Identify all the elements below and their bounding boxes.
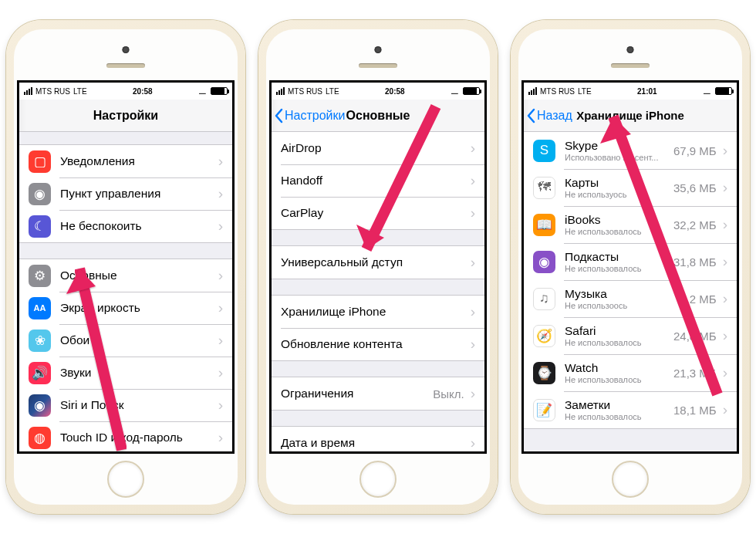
row-label: AirDrop	[281, 141, 471, 155]
row-background-refresh[interactable]: Обновление контента ›	[272, 328, 484, 360]
general-icon: ⚙	[29, 265, 51, 287]
chevron-right-icon: ›	[723, 401, 727, 418]
row-sounds[interactable]: 🔊 Звуки ›	[19, 357, 232, 389]
app-subtitle: Не использовалось	[565, 412, 673, 421]
row-storage[interactable]: Хранилище iPhone ›	[272, 296, 484, 328]
row-app[interactable]: 📝ЗаметкиНе использовалось18,1 МБ›	[524, 391, 737, 428]
home-button[interactable]	[107, 461, 144, 498]
app-name: Заметки	[565, 398, 673, 412]
row-label: Хранилище iPhone	[281, 305, 471, 319]
app-size: 35,6 МБ	[673, 181, 717, 194]
nav-bar: Настройки Основные	[272, 100, 484, 132]
app-name: Музыка	[565, 287, 680, 301]
row-touchid[interactable]: ◍ Touch ID и код-пароль ›	[19, 421, 232, 451]
chevron-right-icon: ›	[471, 336, 475, 353]
network-label: LTE	[73, 87, 87, 96]
chevron-right-icon: ›	[723, 327, 727, 344]
row-app[interactable]: 📖iBooksНе использовалось32,2 МБ›	[524, 206, 737, 243]
chevron-right-icon: ›	[471, 254, 475, 271]
chevron-right-icon: ›	[723, 179, 727, 196]
app-subtitle: Не используось	[565, 190, 673, 199]
dnd-icon: ☾	[29, 215, 51, 238]
notifications-icon: ▢	[29, 150, 51, 173]
row-restrictions[interactable]: Ограничения Выкл.›	[272, 377, 484, 410]
app-subtitle: Не использоось	[565, 301, 680, 310]
home-button[interactable]	[359, 461, 397, 498]
chevron-right-icon: ›	[218, 299, 223, 316]
row-label: Touch ID и код-пароль	[60, 431, 218, 444]
row-app[interactable]: SSkypeИспользовано 22 сент...67,9 МБ›	[524, 132, 737, 169]
status-bar: MTS RUS LTE 21:01 ⚊	[524, 83, 737, 100]
storage-list[interactable]: SSkypeИспользовано 22 сент...67,9 МБ›🗺Ка…	[524, 132, 737, 451]
chevron-right-icon: ›	[218, 153, 223, 170]
row-app[interactable]: ♫МузыкаНе использоось5,2 МБ›	[524, 280, 737, 317]
bluetooth-icon: ⚊	[198, 86, 207, 96]
row-label: Основные	[60, 269, 218, 282]
wallpaper-icon: ❀	[29, 330, 51, 352]
chevron-right-icon: ›	[471, 303, 475, 320]
row-label: Экран иркость	[60, 301, 218, 315]
page-title: Основные	[272, 109, 484, 123]
status-time: 20:58	[339, 87, 451, 96]
chevron-right-icon: ›	[723, 253, 727, 270]
row-carplay[interactable]: CarPlay ›	[272, 197, 484, 229]
home-button[interactable]	[612, 461, 649, 498]
chevron-right-icon: ›	[218, 332, 223, 349]
row-label: CarPlay	[281, 206, 471, 220]
app-icon: S	[533, 140, 555, 162]
app-subtitle: Использовано 22 сент...	[565, 153, 673, 162]
row-dnd[interactable]: ☾ Не беспокоить ›	[19, 210, 232, 242]
signal-icon	[24, 87, 32, 95]
app-name: Карты	[565, 176, 673, 190]
chevron-right-icon: ›	[471, 385, 475, 402]
row-app[interactable]: 🧭SafariНе использовалось24,8 МБ›	[524, 317, 737, 354]
app-icon: 🧭	[533, 325, 555, 347]
app-size: 21,3 МБ	[673, 367, 717, 380]
row-label: Обои	[60, 333, 218, 347]
row-app[interactable]: 🗺КартыНе используось35,6 МБ›	[524, 169, 737, 206]
row-label: Siri и Поиск	[60, 398, 218, 412]
app-icon: 📖	[533, 214, 555, 236]
carrier-label: MTS RUS	[35, 87, 70, 96]
row-datetime[interactable]: Дата и время ›	[272, 427, 484, 451]
battery-icon	[211, 87, 228, 95]
row-app[interactable]: ⌚WatchНе использовалось21,3 МБ›	[524, 354, 737, 391]
screen-settings: MTS RUS LTE 20:58 ⚊ Настройки ▢ Уведомле…	[17, 80, 235, 454]
row-label: Универсальный дступ	[281, 255, 471, 269]
row-notifications[interactable]: ▢ Уведомления ›	[19, 145, 232, 177]
chevron-right-icon: ›	[218, 185, 223, 202]
row-airdrop[interactable]: AirDrop ›	[272, 132, 484, 164]
sounds-icon: 🔊	[29, 362, 51, 384]
settings-list[interactable]: ▢ Уведомления › ◉ Пункт управления › ☾ Н…	[19, 132, 232, 451]
chevron-right-icon: ›	[723, 216, 727, 233]
app-size: 31,8 МБ	[673, 255, 717, 269]
chevron-right-icon: ›	[218, 267, 223, 284]
general-list[interactable]: AirDrop › Handoff › CarPlay › Универсаль…	[272, 132, 484, 451]
row-label: Дата и время	[281, 436, 471, 450]
row-label: Пункт управления	[60, 187, 218, 201]
chevron-right-icon: ›	[723, 364, 727, 381]
app-size: 32,2 МБ	[673, 218, 717, 232]
row-handoff[interactable]: Handoff ›	[272, 164, 484, 197]
signal-icon	[276, 87, 285, 95]
row-label: Уведомления	[60, 154, 218, 168]
network-label: LTE	[578, 87, 592, 96]
chevron-right-icon: ›	[471, 204, 475, 221]
page-title: Настройки	[19, 109, 232, 123]
row-wallpaper[interactable]: ❀ Обои ›	[19, 324, 232, 357]
row-control-center[interactable]: ◉ Пункт управления ›	[19, 177, 232, 210]
carrier-label: MTS RUS	[288, 87, 322, 96]
row-label: Handoff	[281, 174, 471, 188]
app-icon: 🗺	[533, 177, 555, 199]
row-app[interactable]: ◉ПодкастыНе использовалось31,8 МБ›	[524, 243, 737, 280]
app-size: 24,8 МБ	[673, 330, 717, 343]
row-siri[interactable]: ◉ Siri и Поиск ›	[19, 389, 232, 421]
row-general[interactable]: ⚙ Основные ›	[19, 259, 232, 292]
control-center-icon: ◉	[29, 183, 51, 205]
row-display[interactable]: AA Экран иркость ›	[19, 292, 232, 324]
chevron-right-icon: ›	[218, 397, 223, 414]
app-icon: 📝	[533, 399, 555, 421]
app-name: iBooks	[565, 213, 673, 227]
nav-bar: Назад Хранилище iPhone	[524, 100, 737, 132]
row-accessibility[interactable]: Универсальный дступ ›	[272, 246, 484, 279]
